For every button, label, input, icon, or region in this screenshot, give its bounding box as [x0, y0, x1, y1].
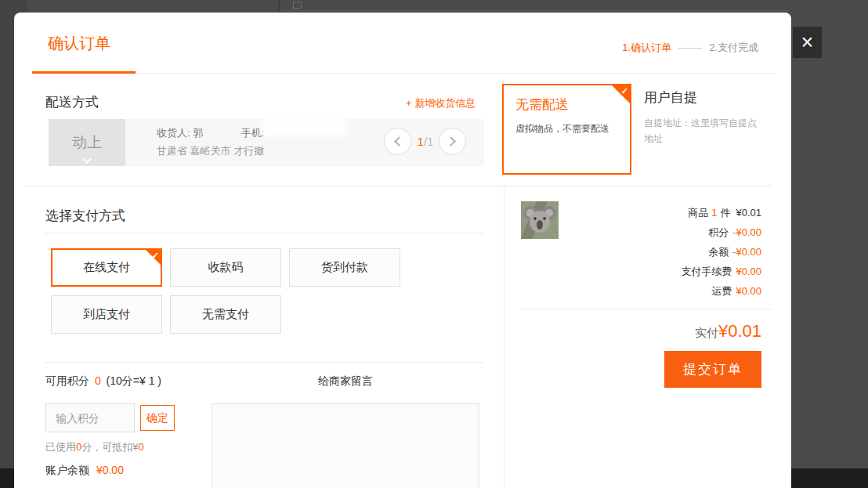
used-prefix: 已使用	[45, 441, 76, 453]
row-label: 支付手续费	[681, 266, 732, 277]
total-divider	[521, 309, 772, 309]
payment-method-label: 货到付款	[321, 260, 368, 275]
payment-method-label: 无需支付	[202, 307, 249, 322]
section-divider	[24, 186, 772, 186]
summary-row-points: 积分-¥0.00	[521, 222, 761, 242]
payment-method-cod[interactable]: 货到付款	[289, 248, 400, 287]
balance-label: 账户余额	[45, 464, 89, 476]
merchant-message-label: 给商家留言	[212, 374, 479, 389]
phone-number-redacted	[262, 119, 347, 136]
address-card[interactable]: 动上 收货人: 郭 手机: 甘肃省 嘉峪关市 才行撒 1/1	[49, 119, 484, 166]
background-divider	[282, 10, 790, 11]
shipping-option-title: 无需配送	[515, 96, 569, 114]
row-label: 运费	[711, 285, 732, 297]
receiver-name: 收货人: 郭	[157, 127, 203, 139]
payment-method-label: 在线支付	[83, 260, 130, 275]
merchant-message-textarea[interactable]	[212, 403, 479, 488]
delivery-section-title: 配送方式	[45, 93, 99, 111]
points-input[interactable]	[45, 403, 135, 432]
shipping-option-pickup[interactable]: 用户自提	[644, 89, 697, 107]
check-icon: ✓	[152, 251, 159, 261]
row-label: 余额	[708, 246, 729, 258]
address-tag[interactable]: 动上	[49, 119, 125, 166]
payment-method-label: 到店支付	[83, 307, 130, 322]
points-confirm-button[interactable]: 确定	[140, 405, 175, 431]
points-used-line: 已使用0分，可抵扣¥0	[45, 440, 144, 454]
summary-divider-vertical	[504, 186, 505, 488]
chevron-left-icon	[394, 136, 404, 146]
total-line: 实付¥0.01	[521, 321, 761, 342]
product-amount: ¥0.01	[736, 207, 761, 219]
pagination-current: 1	[418, 135, 424, 148]
payment-method-qrcode[interactable]: 收款码	[170, 248, 281, 287]
used-mid: 分，可抵扣¥	[81, 441, 138, 453]
payment-method-instore[interactable]: 到店支付	[51, 295, 162, 334]
background-checkbox-icon	[293, 2, 302, 9]
points-available-line: 可用积分 0 (10分=¥ 1 )	[45, 374, 161, 389]
order-summary: 商品1件¥0.01 积分-¥0.00 余额-¥0.00 支付手续费¥0.00 运…	[521, 203, 761, 301]
payment-method-label: 收款码	[208, 260, 244, 275]
used-deduct: 0	[138, 441, 143, 453]
address-region: 甘肃省 嘉峪关市 才行撒	[157, 144, 264, 158]
row-amount: ¥0.00	[736, 266, 761, 277]
submit-order-button[interactable]: 提交订单	[664, 351, 761, 388]
add-address-link[interactable]: + 新增收货信息	[406, 96, 476, 110]
payment-method-online[interactable]: 在线支付 ✓	[51, 248, 162, 287]
confirm-order-modal: 确认订单 1.确认订单 2.支付完成 配送方式 + 新增收货信息 动上 收货人:…	[14, 13, 791, 488]
chevron-down-icon	[82, 154, 91, 163]
header-divider	[32, 73, 776, 74]
account-balance-line: 账户余额 ¥0.00	[45, 464, 124, 478]
background-divider	[279, 0, 280, 11]
row-label: 商品	[688, 207, 708, 219]
step-confirm-order: 1.确认订单	[622, 41, 671, 55]
close-icon: ×	[801, 31, 814, 55]
points-available-value: 0	[95, 374, 101, 387]
close-button[interactable]: ×	[793, 27, 822, 58]
phone-label: 手机:	[241, 127, 265, 139]
product-unit: 件	[720, 207, 730, 219]
address-pagination: 1/1	[412, 128, 439, 155]
shipping-option-no-delivery[interactable]: 无需配送 虚拟物品，不需要配送 ✓	[502, 84, 631, 175]
address-tag-label: 动上	[72, 132, 102, 153]
points-divider	[45, 362, 484, 363]
payment-divider	[45, 233, 484, 233]
row-amount: -¥0.00	[732, 226, 761, 238]
pagination-total: /1	[424, 135, 434, 148]
shipping-option-pickup-desc: 自提地址：这里填写自提点地址	[644, 115, 758, 146]
page-title: 确认订单	[48, 33, 110, 54]
summary-row-balance: 余额-¥0.00	[521, 242, 761, 262]
address-next-button[interactable]	[439, 128, 466, 155]
active-tab-underline	[32, 71, 136, 74]
chevron-right-icon	[446, 136, 456, 146]
address-prev-button[interactable]	[384, 128, 411, 155]
payment-section-title: 选择支付方式	[45, 207, 125, 225]
total-amount: ¥0.01	[718, 321, 761, 341]
shipping-option-desc: 虚拟物品，不需要配送	[515, 122, 609, 136]
points-rate: (10分=¥ 1 )	[107, 374, 161, 387]
product-qty: 1	[711, 207, 717, 219]
summary-row-product: 商品1件¥0.01	[521, 203, 761, 222]
checkout-steps: 1.确认订单 2.支付完成	[622, 41, 758, 55]
row-label: 积分	[708, 226, 729, 238]
payment-method-none[interactable]: 无需支付	[170, 295, 281, 334]
summary-row-shipping: 运费¥0.00	[521, 281, 761, 301]
total-label: 实付	[695, 326, 718, 339]
row-amount: ¥0.00	[736, 285, 761, 297]
step-payment-complete: 2.支付完成	[709, 41, 758, 55]
check-icon: ✓	[621, 86, 628, 96]
summary-row-fee: 支付手续费¥0.00	[521, 262, 761, 281]
points-label: 可用积分	[45, 374, 89, 387]
step-connector-line	[678, 48, 702, 49]
row-amount: -¥0.00	[732, 246, 761, 258]
balance-value: ¥0.00	[96, 464, 124, 476]
address-receiver-line: 收货人: 郭 手机:	[157, 126, 264, 140]
